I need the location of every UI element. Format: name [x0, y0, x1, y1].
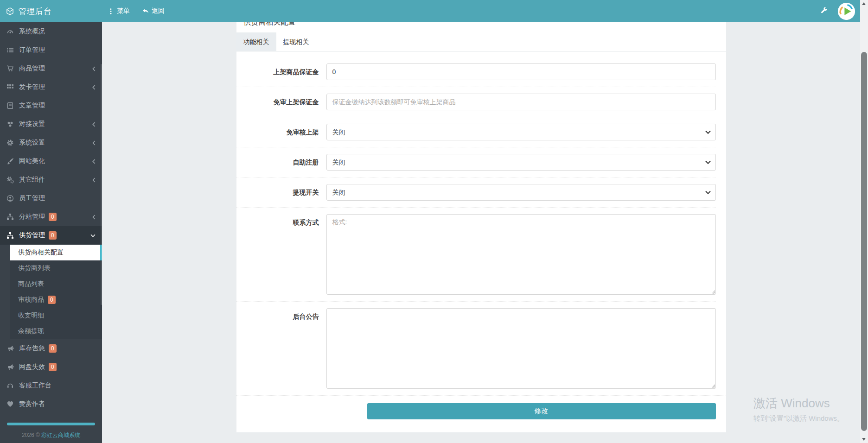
no-review-listing-select[interactable]: 关闭	[326, 124, 716, 140]
cart-icon	[6, 65, 14, 72]
form-row: 后台公告	[236, 301, 716, 395]
sidebar-item-label: 网站美化	[19, 157, 45, 165]
sidebar-item[interactable]: 分站管理0	[0, 208, 102, 226]
heart-icon	[6, 400, 14, 408]
sidebar-item-label: 员工管理	[19, 194, 45, 203]
menu-label: 菜单	[117, 7, 130, 15]
sidebar-item[interactable]: 网站美化	[0, 152, 102, 171]
submenu-item-label: 收支明细	[18, 311, 44, 320]
footer-year: 2026 ©	[22, 432, 40, 438]
submenu-item[interactable]: 收支明细	[10, 308, 102, 323]
sidebar-item[interactable]: 供货管理0	[0, 226, 102, 245]
field-label: 自助注册	[236, 154, 319, 171]
field-label: 免审上架保证金	[236, 94, 319, 110]
avatar[interactable]	[838, 3, 855, 20]
no-review-deposit-input[interactable]	[326, 94, 716, 110]
contact-info-textarea[interactable]	[326, 214, 716, 295]
footer-brand-link[interactable]: 彩虹云商城系统	[41, 432, 80, 438]
sidebar-item-label: 分站管理	[19, 213, 45, 221]
submenu-item[interactable]: 供货商列表	[10, 260, 102, 276]
badge: 0	[49, 363, 57, 371]
gear-icon	[6, 139, 14, 146]
config-form: 上架商品保证金免审上架保证金免审核上架关闭自助注册关闭提现开关关闭联系方式后台公…	[236, 51, 726, 395]
back-button[interactable]: 返回	[143, 7, 165, 15]
cogs-icon	[6, 176, 14, 184]
sidebar-item[interactable]: 系统概况	[0, 22, 102, 41]
form-row: 提现开关关闭	[236, 177, 716, 207]
scrollbar-thumb[interactable]	[861, 52, 867, 431]
scrollbar-down-arrow[interactable]	[862, 438, 866, 441]
windows-activation-watermark: 激活 Windows 转到“设置”以激活 Windows。	[753, 395, 844, 423]
sidebar-item[interactable]: 赞赏作者	[0, 395, 102, 413]
sitemap-icon	[6, 232, 14, 239]
sidebar-item-label: 对接设置	[19, 120, 45, 128]
back-label: 返回	[152, 7, 165, 15]
topbar-menu: 菜单 返回	[108, 7, 165, 15]
tab-features[interactable]: 功能相关	[236, 32, 276, 51]
sidebar-item[interactable]: 网盘失效0	[0, 358, 102, 376]
scrollbar-up-arrow[interactable]	[862, 2, 866, 5]
page-title: 供货商相关配置	[236, 22, 726, 32]
submenu-item[interactable]: 审核商品0	[10, 292, 102, 308]
tab-withdraw[interactable]: 提现相关	[276, 32, 316, 51]
tabs: 功能相关提现相关	[236, 32, 726, 51]
submenu-item-label: 商品列表	[18, 280, 44, 288]
withdraw-switch-select[interactable]: 关闭	[326, 184, 716, 201]
sidebar-item[interactable]: 文章管理	[0, 96, 102, 115]
sidebar-item-label: 其它组件	[19, 176, 45, 184]
sidebar-item[interactable]: 订单管理	[0, 41, 102, 59]
sidebar-item[interactable]: 客服工作台	[0, 376, 102, 395]
self-register-select[interactable]: 关闭	[326, 154, 716, 171]
field-label: 后台公告	[236, 308, 319, 389]
sidebar-item[interactable]: 发卡管理	[0, 78, 102, 96]
sidebar-item-label: 发卡管理	[19, 83, 45, 91]
sidebar-item-label: 库存告急	[19, 344, 45, 353]
sidebar-item-label: 客服工作台	[19, 381, 51, 390]
wrench-button[interactable]	[821, 7, 828, 15]
sidebar-item-label: 系统概况	[19, 27, 45, 36]
brush-icon	[6, 158, 14, 165]
grid-icon	[6, 83, 14, 91]
window-scrollbar[interactable]	[860, 0, 868, 443]
sidebar-item[interactable]: 库存告急0	[0, 339, 102, 358]
sidebar-item-label: 商品管理	[19, 64, 45, 73]
sidebar-footer: 2026 © 彩虹云商城系统	[0, 431, 102, 439]
list-icon	[6, 46, 14, 54]
sidebar-item[interactable]: 商品管理	[0, 59, 102, 78]
app-brand[interactable]: 管理后台	[0, 0, 102, 22]
submenu-item[interactable]: 余额提现	[10, 323, 102, 339]
sidebar-item[interactable]: 对接设置	[0, 115, 102, 133]
chevron-left-icon	[92, 177, 96, 183]
menu-button[interactable]: 菜单	[108, 7, 130, 15]
headset-icon	[6, 382, 14, 389]
cube-icon	[6, 7, 14, 15]
submenu-item[interactable]: 供货商相关配置	[10, 245, 102, 260]
sidebar-item[interactable]: 其它组件	[0, 171, 102, 189]
badge: 0	[49, 213, 57, 221]
sidebar-item[interactable]: 员工管理	[0, 189, 102, 208]
sidebar-scrollbar[interactable]	[101, 64, 102, 305]
sidebar-item-label: 文章管理	[19, 101, 45, 110]
sidebar: 系统概况订单管理商品管理发卡管理文章管理对接设置系统设置网站美化其它组件员工管理…	[0, 22, 102, 443]
watermark-line1: 激活 Windows	[753, 395, 844, 411]
sidebar-item[interactable]: 系统设置	[0, 133, 102, 152]
submenu-item-label: 审核商品	[18, 296, 44, 304]
sidebar-nav: 系统概况订单管理商品管理发卡管理文章管理对接设置系统设置网站美化其它组件员工管理…	[0, 22, 102, 413]
form-row: 联系方式	[236, 207, 716, 301]
chevron-left-icon	[92, 85, 96, 90]
book-icon	[6, 102, 14, 109]
field-label: 免审核上架	[236, 124, 319, 140]
admin-notice-textarea[interactable]	[326, 308, 716, 389]
badge: 0	[48, 296, 56, 304]
submit-button[interactable]: 修改	[367, 403, 716, 419]
form-row: 免审上架保证金	[236, 87, 716, 117]
submenu-item[interactable]: 商品列表	[10, 276, 102, 292]
listing-deposit-input[interactable]	[326, 63, 716, 80]
play-logo-icon	[838, 3, 855, 20]
reply-icon	[143, 8, 148, 14]
chevron-left-icon	[92, 215, 96, 220]
form-row: 上架商品保证金	[236, 51, 716, 87]
submenu-item-label: 供货商列表	[18, 264, 51, 272]
sitemap-icon	[6, 213, 14, 221]
submenu: 供货商相关配置供货商列表商品列表审核商品0收支明细余额提现	[10, 245, 102, 339]
